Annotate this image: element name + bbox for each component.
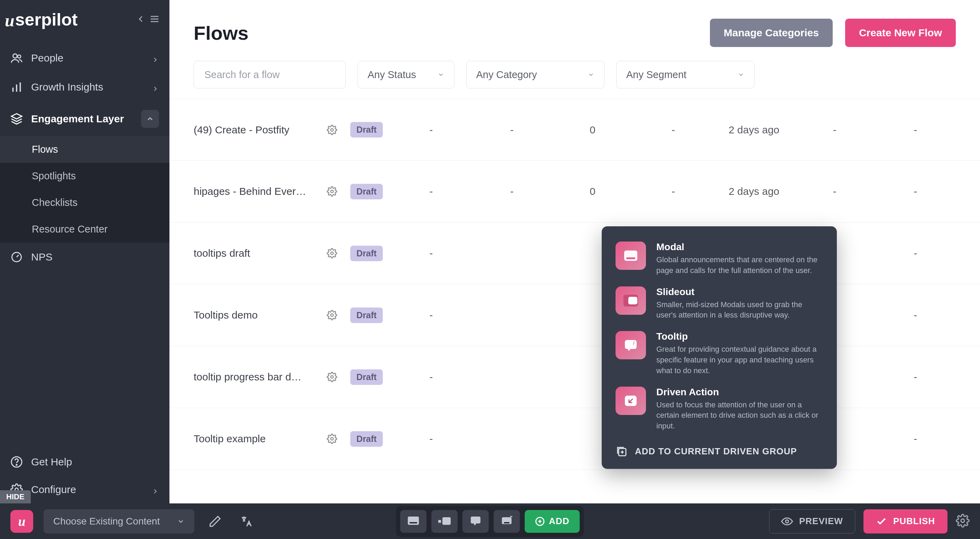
step-modal-tile[interactable] <box>400 510 426 533</box>
svg-rect-23 <box>625 340 636 349</box>
status-dropdown[interactable]: Any Status <box>358 61 454 89</box>
sidebar-sub-resource-center[interactable]: Resource Center <box>0 216 169 243</box>
table-row[interactable]: tooltips draft Draft - - last week - - <box>169 222 980 284</box>
step-slideout-tile[interactable] <box>431 510 458 533</box>
driven-action-tile-icon <box>500 515 514 528</box>
add-to-current-group-button[interactable]: ADD TO CURRENT DRIVEN GROUP <box>616 442 823 458</box>
table-row[interactable]: tooltip progress bar d… Draft - - last w… <box>169 346 980 408</box>
svg-rect-34 <box>471 517 480 523</box>
svg-text:i: i <box>633 340 635 346</box>
content: Flows Manage Categories Create New Flow … <box>169 0 980 503</box>
gauge-icon <box>10 251 23 263</box>
plus-circle-icon <box>535 517 545 526</box>
sidebar-item-get-help[interactable]: Get Help <box>0 448 169 476</box>
chevron-up-icon[interactable] <box>141 110 159 128</box>
sidebar-item-nps[interactable]: NPS <box>0 243 169 271</box>
row-settings-button[interactable] <box>321 125 342 135</box>
table-row[interactable]: (49) Create - Postfity Draft - - 0 - 2 d… <box>169 99 980 161</box>
settings-button[interactable] <box>956 514 970 529</box>
status-badge-cell: Draft <box>342 246 391 261</box>
segment-dropdown[interactable]: Any Segment <box>616 61 754 89</box>
row-settings-button[interactable] <box>321 248 342 258</box>
popup-item-title: Slideout <box>656 287 823 298</box>
popup-item-desc: Global announcements that are centered o… <box>656 255 823 276</box>
people-icon <box>10 52 23 64</box>
logo: userpilot <box>5 10 78 30</box>
tooltip-tile-icon <box>469 515 482 528</box>
translate-button[interactable] <box>236 511 256 532</box>
row-settings-button[interactable] <box>321 186 342 197</box>
sidebar-header: userpilot <box>0 0 169 36</box>
edit-button[interactable] <box>205 511 226 532</box>
popup-option-modal[interactable]: Modal Global announcements that are cent… <box>616 241 823 276</box>
svg-rect-37 <box>504 522 509 523</box>
flow-name: tooltips draft <box>194 247 321 259</box>
popup-item-desc: Great for providing contextual guidance … <box>656 344 823 376</box>
gear-icon <box>956 514 970 528</box>
collapse-sidebar-chevron-icon[interactable] <box>135 14 146 25</box>
svg-marker-35 <box>473 523 476 526</box>
svg-point-13 <box>331 128 333 131</box>
popup-option-slideout[interactable]: Slideout Smaller, mid-sized Modals used … <box>616 287 823 321</box>
hide-sidebar-tab[interactable]: HIDE <box>0 490 31 503</box>
filters-row: Any Status Any Category Any Segment <box>169 57 980 99</box>
logo-glyph: u <box>5 10 14 30</box>
page-title: Flows <box>194 22 249 44</box>
cell: - <box>471 124 552 136</box>
table-row[interactable]: hipages - Behind Ever… Draft - - 0 - 2 d… <box>169 161 980 222</box>
sidebar-item-people[interactable]: People <box>0 44 169 73</box>
driven-action-icon <box>616 387 646 415</box>
eye-icon <box>781 515 793 527</box>
preview-button[interactable]: PREVIEW <box>769 509 855 533</box>
svg-point-18 <box>331 438 333 440</box>
cell: - <box>471 185 552 197</box>
table-row[interactable]: Tooltips demo Draft - - last week - - <box>169 284 980 346</box>
svg-point-14 <box>331 190 333 193</box>
choose-content-dropdown[interactable]: Choose Existing Content <box>44 509 194 533</box>
manage-categories-button[interactable]: Manage Categories <box>710 19 833 47</box>
popup-option-driven-action[interactable]: Driven Action Used to focus the attentio… <box>616 387 823 431</box>
popup-option-tooltip[interactable]: i Tooltip Great for providing contextual… <box>616 331 823 376</box>
status-badge-cell: Draft <box>342 184 391 199</box>
step-driven-action-tile[interactable] <box>493 510 520 533</box>
status-badge-cell: Draft <box>342 308 391 323</box>
popup-item-desc: Used to focus the attention of the user … <box>656 400 823 431</box>
sidebar-item-engagement-layer[interactable]: Engagement Layer <box>0 101 169 136</box>
check-icon <box>876 516 887 527</box>
category-dropdown[interactable]: Any Category <box>466 61 605 89</box>
chevron-right-icon <box>151 83 159 91</box>
sidebar: userpilot People Growth Insights <box>0 0 169 503</box>
dropdown-label: Any Status <box>368 69 416 81</box>
popup-item-title: Tooltip <box>656 331 823 342</box>
chevron-down-icon <box>438 71 444 78</box>
step-tooltip-tile[interactable] <box>462 510 488 533</box>
svg-point-4 <box>18 55 21 58</box>
sidebar-sub-flows[interactable]: Flows <box>0 136 169 163</box>
cell: - <box>391 433 471 445</box>
cell: - <box>875 371 956 383</box>
create-new-flow-button[interactable]: Create New Flow <box>845 19 956 47</box>
flow-name: Tooltips demo <box>194 309 321 321</box>
search-input[interactable] <box>194 61 346 89</box>
cell: - <box>875 124 956 136</box>
cell: - <box>391 124 471 136</box>
row-settings-button[interactable] <box>321 372 342 382</box>
cell: - <box>794 185 875 197</box>
svg-rect-33 <box>442 517 450 525</box>
table-row[interactable]: Tooltip example Draft - - last week - - <box>169 408 980 470</box>
row-settings-button[interactable] <box>321 434 342 444</box>
sidebar-sub-checklists[interactable]: Checklists <box>0 189 169 216</box>
cell: - <box>794 124 875 136</box>
svg-rect-20 <box>626 257 635 259</box>
sidebar-sub-spotlights[interactable]: Spotlights <box>0 163 169 189</box>
brand-badge[interactable]: u <box>10 510 33 533</box>
pencil-icon <box>208 515 222 528</box>
publish-button[interactable]: PUBLISH <box>864 509 948 533</box>
sidebar-item-growth-insights[interactable]: Growth Insights <box>0 73 169 101</box>
row-settings-button[interactable] <box>321 310 342 320</box>
svg-point-42 <box>786 520 789 523</box>
add-step-button[interactable]: ADD <box>525 510 579 533</box>
menu-icon[interactable] <box>150 14 160 25</box>
dropdown-label: Any Category <box>476 69 537 81</box>
flow-name: tooltip progress bar d… <box>194 371 321 383</box>
